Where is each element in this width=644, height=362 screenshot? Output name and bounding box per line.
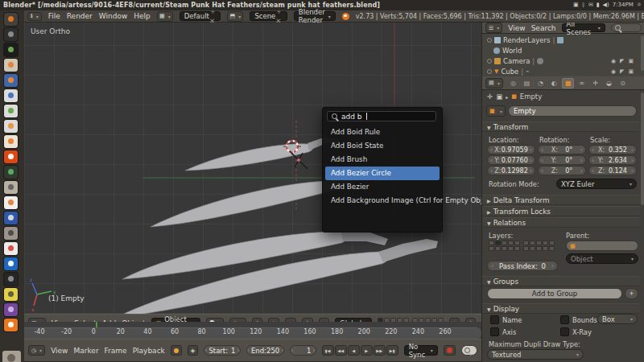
launcher-terminal-icon[interactable] bbox=[4, 28, 18, 41]
launcher-firefox-icon[interactable] bbox=[4, 74, 18, 87]
tl-menu-marker[interactable]: Marker bbox=[73, 347, 98, 355]
layer-cell[interactable] bbox=[536, 246, 542, 251]
layer-cell[interactable] bbox=[530, 241, 535, 245]
rotation-mode-select[interactable]: XYZ Euler bbox=[556, 179, 637, 189]
outliner-item-camera[interactable]: Camera| bbox=[487, 56, 543, 66]
outliner-menu-search[interactable]: Search bbox=[531, 24, 556, 32]
location-x-field[interactable]: X:0.97059 bbox=[487, 145, 535, 154]
hide-icon[interactable]: ◉ bbox=[611, 68, 616, 75]
layer-cell[interactable] bbox=[530, 246, 535, 251]
search-result-add-bezier-circle[interactable]: Add Bezier Circle bbox=[325, 167, 440, 180]
outliner-search-field[interactable] bbox=[611, 23, 642, 32]
launcher-software-center-icon[interactable] bbox=[4, 135, 18, 148]
feather-blade-1[interactable] bbox=[185, 144, 313, 171]
search-result-add-boid-rule[interactable]: Add Boid Rule bbox=[325, 125, 440, 139]
next-keyframe-button[interactable]: ▶▶ bbox=[374, 345, 386, 356]
launcher-vlc-icon[interactable] bbox=[4, 196, 18, 209]
parent-field[interactable]: ■ bbox=[566, 241, 638, 251]
scene-icon[interactable]: ⬒ bbox=[227, 11, 243, 22]
layer-cell[interactable] bbox=[508, 246, 514, 251]
selectable-icon[interactable]: ◤ bbox=[620, 68, 624, 75]
system-tray[interactable]: ▣ᛒ✉▮◀)7:34PM☼ bbox=[570, 0, 642, 10]
tab-render-icon[interactable]: ◎ bbox=[507, 78, 519, 88]
screen-layout-icon[interactable]: ▦ bbox=[157, 11, 173, 22]
layer-cell[interactable] bbox=[543, 246, 548, 251]
launcher-blender-app-icon[interactable] bbox=[4, 13, 18, 26]
launcher-music-player-icon[interactable] bbox=[4, 166, 18, 179]
layer-cell[interactable] bbox=[514, 246, 520, 251]
menu-window[interactable]: Window bbox=[99, 12, 128, 20]
outliner-scrollbar[interactable] bbox=[641, 35, 644, 71]
launcher-video-player-icon[interactable] bbox=[4, 212, 18, 224]
bluetooth-icon[interactable]: ᛒ bbox=[582, 2, 585, 8]
tl-menu-playback[interactable]: Playback bbox=[133, 347, 165, 355]
auto-keyframe-icon[interactable] bbox=[171, 345, 182, 356]
launcher-webcam-icon[interactable] bbox=[4, 273, 18, 286]
add-group-plus-button[interactable]: ＋ bbox=[625, 288, 638, 299]
record-button[interactable] bbox=[444, 345, 456, 356]
tab-constraints-icon[interactable]: ∞ bbox=[576, 78, 588, 88]
editor-type-button[interactable]: ℹ bbox=[27, 12, 42, 21]
play-button[interactable]: ▶ bbox=[361, 345, 373, 356]
launcher-ubuntu-one-icon[interactable] bbox=[4, 150, 18, 163]
section-groups[interactable]: ▼Groups bbox=[482, 276, 640, 286]
layer-cell[interactable] bbox=[523, 241, 529, 245]
layer-cell[interactable] bbox=[502, 241, 507, 245]
tab-world-icon[interactable]: ◐ bbox=[548, 78, 560, 88]
cube-restrict-toggles[interactable]: ◉◤▣ bbox=[611, 67, 634, 76]
search-result-add-brush[interactable]: Add Brush bbox=[325, 153, 440, 167]
sync-select[interactable]: No Sync bbox=[404, 345, 438, 356]
launcher-media-player-icon[interactable] bbox=[4, 257, 18, 270]
display-icon[interactable]: ▣ bbox=[573, 2, 579, 8]
location-z-field[interactable]: Z:0.12982 bbox=[487, 166, 535, 175]
outliner-scope-select[interactable]: All Scenes bbox=[562, 23, 605, 32]
launcher-gimp-icon[interactable] bbox=[4, 227, 18, 240]
screen-layout-select[interactable]: Default＋ ✕ bbox=[180, 11, 221, 21]
tl-menu-view[interactable]: View bbox=[51, 347, 68, 355]
outliner-menu-view[interactable]: View bbox=[508, 24, 525, 32]
outliner-editor-type-button[interactable]: ☰ bbox=[485, 23, 502, 33]
play-reverse-button[interactable]: ◀ bbox=[348, 345, 360, 356]
relations-layers-grid[interactable] bbox=[489, 241, 555, 251]
layer-cell[interactable] bbox=[536, 241, 542, 245]
frame-start-field[interactable]: Start:1 bbox=[204, 345, 241, 356]
display-bounds-checkbox[interactable]: Bounds bbox=[560, 315, 597, 324]
bounds-type-select[interactable]: Box bbox=[597, 314, 638, 324]
layer-cell[interactable] bbox=[495, 246, 501, 251]
rotation-x-field[interactable]: X:0° bbox=[538, 145, 586, 154]
layer-cell[interactable] bbox=[549, 241, 555, 245]
outliner-item-world[interactable]: World bbox=[493, 46, 522, 56]
camera-restrict-toggles[interactable]: ◉◤▣ bbox=[611, 56, 634, 66]
layer-cell[interactable] bbox=[489, 241, 494, 245]
viewport-3d[interactable]: y z x User Ortho (1) Empty add b Add Boi… bbox=[24, 23, 481, 314]
launcher-gmail-icon[interactable] bbox=[4, 242, 18, 255]
location-y-field[interactable]: Y:0.07760 bbox=[487, 155, 535, 165]
layer-cell[interactable] bbox=[489, 246, 494, 251]
prev-keyframe-button[interactable]: ◀◀ bbox=[335, 345, 347, 356]
layer-cell[interactable] bbox=[495, 241, 501, 245]
jump-to-end-button[interactable]: ▶▮ bbox=[386, 345, 398, 356]
section-relations[interactable]: ▼Relations bbox=[482, 217, 640, 228]
display-name-checkbox[interactable]: Name bbox=[490, 315, 522, 324]
tab-scene-icon[interactable]: ◔ bbox=[535, 78, 547, 88]
dupli-draw-type-select[interactable]: Textured bbox=[487, 349, 584, 360]
search-result-add-background-image[interactable]: Add Background Image (Ctrl for Empty Obj… bbox=[325, 194, 440, 208]
tab-physics-icon[interactable]: ◒ bbox=[603, 78, 615, 88]
timeline-ruler[interactable]: -40-200204060801001201401601802002202402… bbox=[24, 322, 481, 339]
tab-data-icon[interactable]: ✛ bbox=[589, 78, 601, 88]
search-input[interactable]: add b bbox=[327, 111, 436, 121]
layer-cell[interactable] bbox=[514, 241, 520, 245]
launcher-blender-running-icon[interactable] bbox=[4, 319, 18, 331]
tab-object-icon[interactable]: ■ bbox=[562, 78, 574, 88]
section-transform[interactable]: ▼Transform bbox=[482, 121, 640, 132]
current-frame-field[interactable]: 1 bbox=[290, 345, 316, 356]
section-display[interactable]: ▼Display bbox=[482, 303, 640, 314]
pass-index-field[interactable]: Pass Index:0 bbox=[487, 261, 558, 271]
gear-icon[interactable]: ☼ bbox=[637, 2, 642, 8]
launcher-shotwell-icon[interactable] bbox=[4, 288, 18, 301]
launcher-libreoffice-writer-icon[interactable] bbox=[4, 89, 18, 102]
battery-icon[interactable]: ▮ bbox=[597, 2, 600, 8]
section-transform-locks[interactable]: ▶Transform Locks bbox=[482, 206, 640, 216]
search-result-add-bezier[interactable]: Add Bezier bbox=[325, 180, 440, 194]
feather-stem-3[interactable] bbox=[341, 232, 388, 245]
